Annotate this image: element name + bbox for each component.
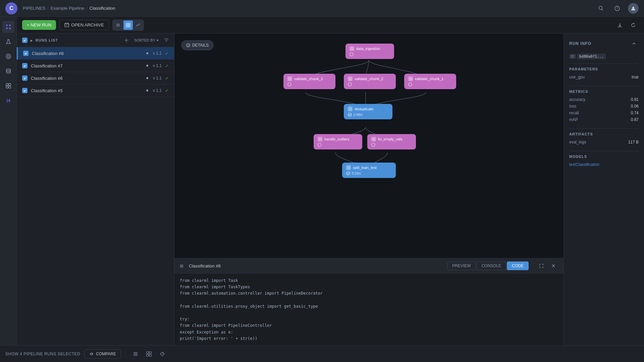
breadcrumb-current: Classification [90, 6, 115, 11]
node-fix-empty-vals[interactable]: ⬡ fix_empty_vals [367, 134, 416, 149]
breadcrumb-pipelines[interactable]: PIPELINES [23, 6, 45, 11]
settings-icon[interactable] [124, 38, 129, 43]
run-item[interactable]: Classification #7 v 1.1 ✓ [17, 60, 174, 72]
node-validate-chunk-3[interactable]: ⬡ validate_chunk_3 [283, 74, 335, 89]
node-split-train-test[interactable]: ⬡ split_train_test 3:19m [342, 163, 396, 178]
svg-rect-21 [128, 23, 130, 25]
node-status-icon [346, 171, 350, 175]
svg-rect-13 [9, 83, 11, 85]
expand-panel-button[interactable] [537, 261, 546, 270]
close-panel-button[interactable] [549, 261, 558, 270]
tab-code[interactable]: CODE [507, 261, 529, 270]
download-button[interactable] [614, 20, 625, 31]
artifacts-section: ARTIFACTS eval_logs 117 B [569, 132, 639, 145]
avatar[interactable] [628, 3, 639, 14]
breadcrumb: PIPELINES / Example Pipeline / Classific… [23, 6, 115, 11]
sidebar-icon-pipelines[interactable] [2, 21, 14, 33]
metric-value-loss: 0.06 [631, 104, 639, 109]
pipeline-canvas: ⬡ data_ingestion [174, 34, 564, 258]
run-checkbox-5[interactable] [22, 88, 28, 93]
view-toggle [112, 19, 144, 31]
breadcrumb-example[interactable]: Example Pipeline [51, 6, 84, 11]
metric-row-recall: recall 0.74 [569, 110, 639, 116]
metric-value-recall: 0.74 [631, 111, 639, 115]
grid-view-button[interactable] [123, 20, 133, 30]
node-deduplicate[interactable]: ⬡ deduplicate 2:48m [344, 104, 392, 119]
node-status-icon [348, 82, 352, 86]
svg-rect-5 [6, 24, 8, 26]
node-validate-chunk-2[interactable]: ⬡ validate_chunk_2 [344, 74, 396, 89]
status-tag-button[interactable] [158, 349, 167, 359]
sidebar-icon-datasets[interactable] [2, 65, 14, 77]
metric-label-loss: loss [569, 104, 576, 109]
run-name-6: Classification #6 [31, 76, 142, 81]
metric-value-map: 0.87 [631, 117, 639, 122]
run-item[interactable]: Classification #5 v 1.1 ✓ [17, 84, 174, 97]
run-checkbox-7[interactable] [22, 63, 28, 68]
metric-row-map: mAP 0.87 [569, 116, 639, 123]
details-button[interactable]: DETAILS [181, 40, 214, 50]
run-dot-8 [146, 52, 148, 54]
node-status-icon [408, 82, 412, 86]
run-name-8: Classification #8 [32, 51, 142, 56]
sidebar-icon-compare[interactable] [2, 95, 14, 107]
node-data-ingestion[interactable]: ⬡ data_ingestion [345, 44, 394, 59]
compare-icon [89, 352, 94, 356]
refresh-button[interactable] [628, 20, 639, 31]
expand-icon[interactable]: ▸ [30, 39, 33, 42]
search-icon [598, 6, 604, 11]
run-item[interactable]: Classification #6 v 1.1 ✓ [17, 72, 174, 84]
master-checkbox[interactable] [22, 38, 28, 43]
svg-point-32 [348, 113, 352, 116]
run-checkbox-8[interactable] [23, 51, 29, 56]
chart-view-button[interactable] [133, 20, 143, 30]
model-link-text-classification[interactable]: textClassification [569, 162, 599, 167]
search-button[interactable] [596, 3, 606, 14]
collapse-run-info-button[interactable] [629, 39, 639, 48]
node-validate-chunk-1[interactable]: ⬡ validate_chunk_1 [404, 74, 456, 89]
tag-icon [160, 351, 165, 357]
app-logo: C [5, 2, 17, 14]
sorted-by[interactable]: SORTED BY ▾ [134, 38, 159, 43]
sidebar-icon-apps[interactable] [2, 80, 14, 92]
run-item[interactable]: Classification #8 v 1.1 ✓ [17, 47, 174, 60]
node-icon: ⬡ [287, 76, 292, 81]
new-run-button[interactable]: + NEW RUN [22, 20, 56, 30]
help-button[interactable]: ? [612, 3, 623, 14]
run-dot-7 [146, 65, 148, 67]
check-icon [23, 76, 26, 80]
top-nav: C PIPELINES / Example Pipeline / Classif… [0, 0, 644, 17]
run-checkbox-6[interactable] [22, 75, 28, 81]
node-handle-outliers[interactable]: ⬡ handle_outliers [314, 134, 362, 149]
svg-line-1 [602, 9, 603, 10]
code-tabs: PREVIEW CONSOLE CODE [447, 261, 529, 270]
compare-button[interactable]: COMPARE [84, 349, 121, 359]
list-view-button[interactable] [113, 20, 123, 30]
toolbar: + NEW RUN OPEN ARCHIVE [17, 17, 644, 34]
check-icon [24, 52, 28, 55]
help-icon: ? [614, 6, 620, 11]
svg-rect-12 [6, 83, 8, 85]
code-text: from clearml import Task from clearml im… [180, 278, 558, 345]
node-status-icon [348, 113, 352, 117]
svg-point-10 [6, 54, 11, 59]
status-grid-button[interactable] [144, 349, 154, 359]
sidebar-icon-models[interactable] [2, 50, 14, 62]
node-icon: ⬡ [346, 165, 351, 170]
sidebar-icon-experiments[interactable] [2, 36, 14, 48]
node-icon: ⬡ [371, 137, 376, 141]
svg-rect-20 [126, 23, 128, 25]
grid-icon [146, 351, 152, 357]
filter-icon[interactable] [164, 38, 169, 43]
metric-label-accuracy: accuracy [569, 97, 585, 102]
tab-console[interactable]: CONSOLE [477, 261, 506, 270]
status-divider [125, 350, 125, 358]
run-status-8: ✓ [165, 51, 169, 56]
parameters-title: PARAMETERS [569, 67, 639, 71]
tab-preview[interactable]: PREVIEW [447, 261, 476, 270]
models-icon [5, 53, 11, 59]
node-icon: ⬡ [350, 46, 354, 51]
open-archive-button[interactable]: OPEN ARCHIVE [59, 20, 109, 30]
status-list-button[interactable] [131, 349, 140, 359]
id-label: ID [569, 54, 576, 59]
